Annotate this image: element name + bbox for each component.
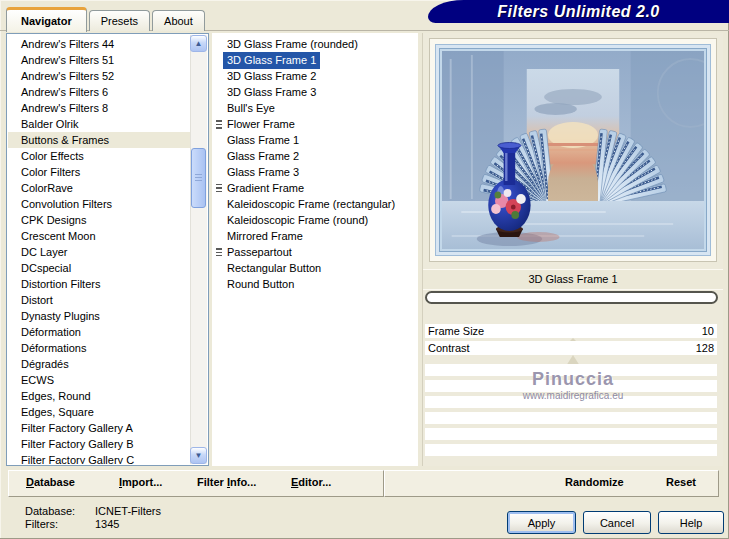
category-item[interactable]: Déformations: [8, 340, 190, 356]
slider-label: Contrast: [428, 341, 470, 355]
filter-item[interactable]: Bull's Eye: [212, 100, 418, 116]
selected-filter-caption: 3D Glass Frame 1: [423, 269, 723, 290]
watermark-url: www.maidiregrafica.eu: [423, 390, 723, 401]
filter-item[interactable]: Glass Frame 2: [212, 148, 418, 164]
category-item[interactable]: Filter Factory Gallery A: [8, 420, 190, 436]
preview-frame-outer: [435, 44, 711, 256]
filter-listbox: 3D Glass Frame (rounded)3D Glass Frame 1…: [212, 33, 418, 466]
category-item[interactable]: Distortion Filters: [8, 276, 190, 292]
category-item[interactable]: Convolution Filters: [8, 196, 190, 212]
tab-presets[interactable]: Presets: [89, 10, 150, 31]
database-status-value: ICNET-Filters: [95, 505, 161, 517]
filter-item[interactable]: Round Button: [212, 276, 418, 292]
title-text: Filters Unlimited 2.0: [497, 3, 660, 21]
filter-item[interactable]: 3D Glass Frame 1: [212, 52, 418, 68]
category-item[interactable]: Andrew's Filters 6: [8, 84, 190, 100]
tab-strip: Navigator Presets About: [6, 7, 205, 31]
category-item[interactable]: Dynasty Plugins: [8, 308, 190, 324]
category-scrollbar[interactable]: ▲ ▼: [190, 35, 207, 464]
category-item[interactable]: ECWS: [8, 372, 190, 388]
category-item[interactable]: ColorRave: [8, 180, 190, 196]
watermark-name: Pinuccia: [423, 369, 723, 390]
filter-item[interactable]: Kaleidoscopic Frame (round): [212, 212, 418, 228]
category-item[interactable]: Crescent Moon: [8, 228, 190, 244]
filter-item[interactable]: Mirrored Frame: [212, 228, 418, 244]
preset-lines-icon: [216, 184, 222, 193]
category-item[interactable]: Déformation: [8, 324, 190, 340]
preview-scene-graphic: [442, 51, 704, 249]
filter-item[interactable]: Rectangular Button: [212, 260, 418, 276]
preview-image[interactable]: [429, 38, 717, 262]
title-banner: Filters Unlimited 2.0: [428, 0, 729, 23]
database-button[interactable]: Database: [26, 476, 75, 488]
tab-navigator[interactable]: Navigator: [6, 7, 87, 32]
category-item[interactable]: Andrew's Filters 44: [8, 36, 190, 52]
category-item[interactable]: Andrew's Filters 8: [8, 100, 190, 116]
cancel-button[interactable]: Cancel: [583, 511, 651, 534]
slider-value: 128: [696, 341, 714, 355]
filter-item[interactable]: Glass Frame 3: [212, 164, 418, 180]
slider-label: Frame Size: [428, 324, 484, 338]
filter-info-button[interactable]: Filter Info...: [197, 476, 256, 488]
category-item[interactable]: Color Effects: [8, 148, 190, 164]
toolbar-left: Database Import... Filter Info... Editor…: [8, 470, 384, 497]
randomize-button[interactable]: Randomize: [565, 476, 624, 488]
category-item[interactable]: Balder Olrik: [8, 116, 190, 132]
filter-item[interactable]: 3D Glass Frame (rounded): [212, 36, 418, 52]
category-item[interactable]: Buttons & Frames: [8, 132, 190, 148]
category-item[interactable]: Dégradés: [8, 356, 190, 372]
scroll-up-icon[interactable]: ▲: [190, 35, 207, 52]
category-item[interactable]: Andrew's Filters 51: [8, 52, 190, 68]
category-item[interactable]: Distort: [8, 292, 190, 308]
scroll-down-icon[interactable]: ▼: [190, 447, 207, 464]
slider-frame-size[interactable]: Frame Size 10: [425, 324, 717, 338]
filter-item[interactable]: Passepartout: [212, 244, 418, 260]
filter-item[interactable]: Flower Frame: [212, 116, 418, 132]
tab-about[interactable]: About: [152, 10, 205, 31]
category-item[interactable]: DC Layer: [8, 244, 190, 260]
preview-panel: 3D Glass Frame 1 Frame Size 10 Contrast …: [422, 33, 723, 466]
progress-bar: [425, 291, 718, 304]
filter-item[interactable]: Gradient Frame: [212, 180, 418, 196]
database-status-label: Database:: [25, 505, 75, 517]
preview-frame-inner: [439, 48, 707, 252]
filters-unlimited-dialog: Navigator Presets About Filters Unlimite…: [0, 0, 729, 539]
category-listbox: Andrew's Filters 44Andrew's Filters 51An…: [6, 33, 209, 466]
filters-count-value: 1345: [95, 518, 119, 530]
category-item[interactable]: Filter Factory Gallery C: [8, 452, 190, 464]
slider-value: 10: [702, 324, 714, 338]
import-button[interactable]: Import...: [119, 476, 162, 488]
preset-lines-icon: [216, 248, 222, 257]
filter-item[interactable]: 3D Glass Frame 2: [212, 68, 418, 84]
filter-item[interactable]: 3D Glass Frame 3: [212, 84, 418, 100]
apply-button[interactable]: Apply: [507, 511, 576, 534]
category-item[interactable]: Filter Factory Gallery B: [8, 436, 190, 452]
category-items: Andrew's Filters 44Andrew's Filters 51An…: [8, 36, 190, 464]
category-item[interactable]: Color Filters: [8, 164, 190, 180]
category-item[interactable]: Edges, Square: [8, 404, 190, 420]
scrollbar-thumb[interactable]: [191, 148, 206, 208]
category-item[interactable]: DCspecial: [8, 260, 190, 276]
category-item[interactable]: Edges, Round: [8, 388, 190, 404]
filter-item[interactable]: Glass Frame 1: [212, 132, 418, 148]
filter-item[interactable]: Kaleidoscopic Frame (rectangular): [212, 196, 418, 212]
filters-count-label: Filters:: [25, 518, 58, 530]
category-item[interactable]: CPK Designs: [8, 212, 190, 228]
editor-button[interactable]: Editor...: [291, 476, 331, 488]
reset-button[interactable]: Reset: [666, 476, 696, 488]
help-button[interactable]: Help: [658, 511, 724, 534]
preset-lines-icon: [216, 120, 222, 129]
slider-contrast[interactable]: Contrast 128: [425, 341, 717, 355]
toolbar-right: Randomize Reset: [384, 470, 719, 497]
category-item[interactable]: Andrew's Filters 52: [8, 68, 190, 84]
